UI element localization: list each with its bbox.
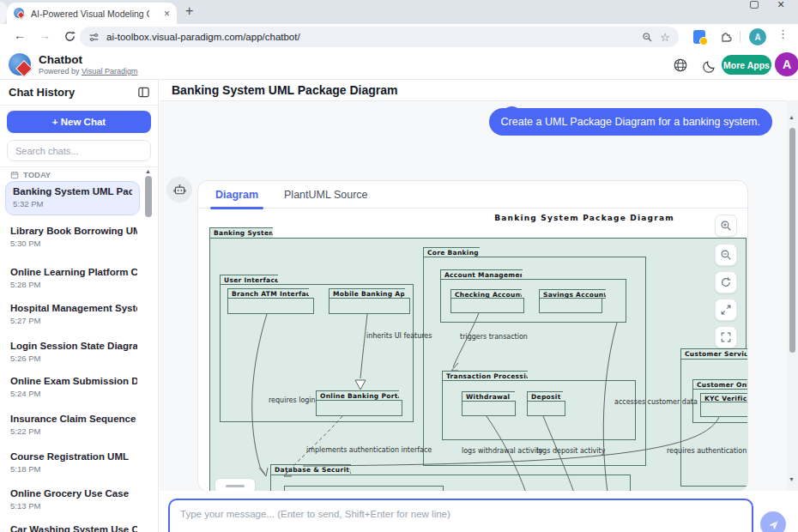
url-text[interactable]: ai-toolbox.visual-paradigm.com/app/chatb… [106,32,635,42]
browser-toolbar: ← → ai-toolbox.visual-paradigm.com/app/c… [0,24,798,50]
package-checking-account: Checking Account [450,289,522,299]
visual-paradigm-logo [9,52,34,78]
expand-button[interactable] [715,299,737,321]
package-branch-atm: Branch ATM Interface [227,288,309,299]
diagram-response-card: Diagram PlantUML Source Banking System P… [197,180,748,492]
dark-mode-moon-icon[interactable] [702,58,717,74]
chat-item[interactable]: Insurance Claim Sequence5:22 PM [10,414,137,436]
chat-item[interactable]: Course Registration UML5:18 PM [10,451,137,474]
send-button[interactable] [760,511,786,532]
chat-item-time: 5:32 PM [13,199,132,209]
robot-icon [172,183,187,197]
visual-paradigm-link[interactable]: Visual Paradigm [82,67,137,76]
zoom-level-badge [215,479,255,492]
chat-item[interactable]: Library Book Borrowing UML5:30 PM [10,226,137,248]
bot-avatar [166,177,192,203]
sidebar-scroll-up-icon[interactable]: ▲ [145,168,151,174]
chat-item[interactable]: Car Washing System Use Case [10,524,137,532]
main-area: Banking System UML Package Diagram Creat… [160,80,798,532]
reload-icon[interactable] [63,30,76,43]
chat-item[interactable]: Login Session State Diagram5:26 PM [10,341,137,363]
edge-label-logs-withdrawal: logs withdrawal activity [462,447,543,455]
scroll-up-icon[interactable]: ▲ [789,114,795,120]
package-withdrawal: Withdrawal [462,391,515,402]
package-inner-database [284,486,444,492]
conversation-title-bar: Banking System UML Package Diagram [160,80,798,101]
language-globe-icon[interactable] [673,57,688,73]
user-message-bubble: Create a UML Package Diagram for a banki… [489,108,772,136]
response-tabs: Diagram PlantUML Source [198,181,747,209]
edge-label-logs-deposit: logs deposit activity [536,447,605,455]
chat-item[interactable]: Online Grocery Use Case5:13 PM [10,488,137,511]
forward-icon[interactable]: → [39,28,51,42]
scroll-down-icon[interactable]: ▼ [789,476,795,482]
chat-item[interactable]: Online Exam Submission Dia...5:24 PM [10,376,137,398]
zoom-page-icon[interactable] [642,32,653,43]
package-transaction-processing: Transaction Processing [442,371,528,381]
extensions-icon[interactable] [719,29,733,43]
tab-strip-stub [0,2,7,24]
scrollbar-thumb[interactable] [789,128,795,353]
tab-close-icon[interactable]: × [164,9,170,19]
toolbar-divider [740,31,741,43]
package-user-interface: User Interface [220,275,278,285]
user-avatar[interactable]: A [775,52,798,76]
section-header-today: TODAY [10,170,51,179]
address-bar[interactable]: ai-toolbox.visual-paradigm.com/app/chatb… [80,27,679,47]
reset-view-button[interactable] [715,271,737,293]
edge-label-triggers: triggers transaction [460,333,528,341]
browser-window: AI-Powered Visual Modeling Ch × + × ← → … [0,0,798,532]
send-plane-icon [767,518,780,531]
window-maximize-icon[interactable] [750,1,759,9]
zoom-out-button[interactable] [715,244,737,266]
bookmark-star-icon[interactable]: ☆ [660,31,670,44]
zoom-in-button[interactable] [715,215,737,237]
back-icon[interactable]: ← [14,28,26,42]
package-mobile-banking-app: Mobile Banking App [329,288,405,299]
window-close-icon[interactable]: × [777,0,784,11]
reading-list-icon[interactable] [693,30,705,44]
package-account-management: Account Management [440,269,523,280]
powered-by-label: Powered by Visual Paradigm [39,67,137,76]
package-savings-account: Savings Account [539,289,606,299]
tab-title: AI-Powered Visual Modeling Ch [31,9,149,19]
package-customer-onboarding: Customer Onb [692,379,747,390]
uml-diagram-canvas[interactable]: Banking System Package Diagram Banking S… [198,209,747,492]
search-chats-input[interactable] [7,140,151,161]
package-kyc-verification: KYC Verifica [700,393,747,402]
edge-label-inherits: inherits UI features [366,332,432,340]
sidebar-scrollbar-thumb[interactable] [145,176,152,217]
tab-diagram[interactable]: Diagram [215,189,258,201]
message-input[interactable] [168,499,753,532]
browser-tab-strip: AI-Powered Visual Modeling Ch × + × [0,0,798,24]
diagram-title: Banking System Package Diagram [456,214,713,222]
more-apps-button[interactable]: More Apps [722,55,771,75]
powered-by-text: Powered by [39,67,82,76]
package-database-security: Database & Security [270,464,351,475]
package-customer-service: Customer Service [680,348,747,360]
fullscreen-button[interactable] [715,326,737,348]
chat-item[interactable]: Hospital Management Syste...5:27 PM [10,303,137,325]
site-settings-icon[interactable] [88,32,100,43]
edge-label-requires-login: requires login [269,396,316,404]
chat-history-sidebar: Chat History + New Chat TODAY ▲ Banking … [0,80,159,532]
collapse-panel-icon[interactable] [137,86,150,99]
divider [0,166,158,167]
new-tab-button[interactable]: + [185,3,193,19]
calendar-icon [10,171,19,179]
package-core-banking: Core Banking [423,247,480,257]
new-chat-button[interactable]: + New Chat [7,111,151,133]
chat-item-selected[interactable]: Banking System UML Packag... 5:32 PM [5,181,140,215]
app-title: Chatbot [39,53,82,66]
chat-item-title: Banking System UML Packag... [13,186,132,197]
chat-scrollbar[interactable]: ▲ ▼ [787,100,798,492]
edge-label-implements: implements authentication interface [306,446,432,454]
package-banking-system: Banking System [209,227,273,239]
edge-label-accesses: accesses customer data [614,398,698,406]
tab-plantuml-source[interactable]: PlantUML Source [284,189,368,201]
chat-item[interactable]: Online Learning Platform Co...5:28 PM [10,267,137,289]
app-header: Chatbot Powered by Visual Paradigm More … [0,50,798,80]
browser-menu-icon[interactable]: ⋮ [777,27,789,40]
browser-profile-avatar[interactable]: A [749,28,766,45]
browser-tab[interactable]: AI-Powered Visual Modeling Ch × [7,3,177,24]
